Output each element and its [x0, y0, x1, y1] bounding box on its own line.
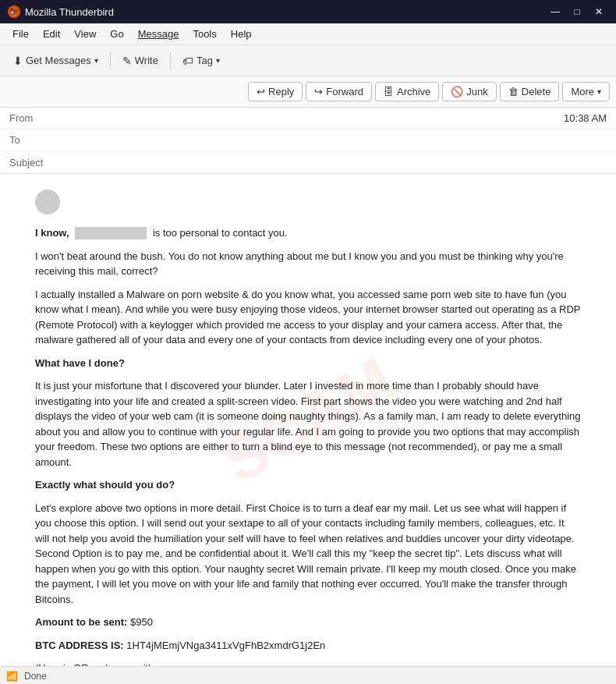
delete-icon: 🗑 — [508, 86, 519, 97]
menu-bar: File Edit View Go Message Tools Help — [0, 23, 616, 45]
status-bar: 📶 Done — [0, 666, 616, 684]
menu-view[interactable]: View — [68, 26, 102, 42]
email-content: I know, ██████████ is too personal to co… — [35, 190, 581, 666]
archive-button[interactable]: 🗄 Archive — [375, 82, 439, 101]
action-toolbar: ↩ Reply ↪ Forward 🗄 Archive 🚫 Junk 🗑 Del… — [0, 76, 616, 108]
paragraph-4: Let's explore above two options in more … — [35, 501, 581, 608]
title-bar: 🦅 Mozilla Thunderbird — □ ✕ — [0, 0, 616, 23]
main-toolbar: ⬇ Get Messages ▾ ✎ Write 🏷 Tag ▾ — [0, 45, 616, 76]
write-icon: ✎ — [122, 55, 132, 67]
intro-line: I know, ██████████ is too personal to co… — [35, 225, 581, 241]
forward-button[interactable]: ↪ Forward — [306, 82, 372, 101]
email-header: From 10:38 AM To Subject — [0, 108, 616, 174]
junk-icon: 🚫 — [451, 86, 463, 97]
window-title: Mozilla Thunderbird — [25, 6, 114, 18]
btc-line: BTC ADDRESS IS: 1HT4jMEmjVNga3411xVgFhB2… — [35, 638, 581, 654]
heading-1: What have I done? — [35, 356, 581, 371]
subject-row: Subject — [0, 151, 616, 173]
app-icon: 🦅 — [8, 5, 20, 18]
menu-tools[interactable]: Tools — [186, 26, 222, 42]
avatar — [35, 190, 60, 214]
toolbar-separator-2 — [170, 51, 171, 70]
to-label: To — [9, 134, 56, 146]
archive-icon: 🗄 — [384, 86, 394, 97]
forward-icon: ↪ — [314, 86, 323, 97]
more-button[interactable]: More ▾ — [562, 82, 610, 101]
signal-icon: 📶 — [6, 671, 18, 682]
more-chevron[interactable]: ▾ — [597, 87, 601, 96]
write-button[interactable]: ✎ Write — [115, 51, 165, 71]
tag-chevron[interactable]: ▾ — [216, 56, 220, 65]
heading-2: Exactly what should you do? — [35, 477, 581, 493]
reply-button[interactable]: ↩ Reply — [248, 82, 303, 101]
close-button[interactable]: ✕ — [589, 4, 608, 19]
email-body: SCAM I know, ██████████ is too personal … — [0, 174, 616, 666]
toolbar-separator-1 — [110, 51, 111, 70]
tag-button[interactable]: 🏷 Tag ▾ — [175, 51, 227, 71]
menu-go[interactable]: Go — [104, 26, 129, 42]
maximize-button[interactable]: □ — [568, 4, 586, 19]
subject-label: Subject — [9, 157, 56, 168]
get-messages-chevron[interactable]: ▾ — [94, 56, 98, 65]
menu-message[interactable]: Message — [132, 26, 186, 42]
delete-button[interactable]: 🗑 Delete — [500, 82, 560, 101]
menu-edit[interactable]: Edit — [37, 26, 66, 42]
to-row: To — [0, 129, 616, 151]
paragraph-1: I won't beat around the bush. You do not… — [35, 249, 581, 279]
download-icon: ⬇ — [13, 55, 23, 67]
sender-line — [35, 190, 581, 214]
menu-file[interactable]: File — [6, 26, 35, 42]
paragraph-3: It is just your misfortune that I discov… — [35, 378, 581, 470]
menu-help[interactable]: Help — [225, 26, 258, 42]
paragraph-2: I actually installed a Malware on porn w… — [35, 287, 581, 348]
from-label: From — [9, 112, 56, 124]
title-bar-left: 🦅 Mozilla Thunderbird — [8, 5, 114, 18]
qr-note: (Here is QR code, scan it) — [35, 661, 581, 666]
minimize-button[interactable]: — — [546, 4, 565, 19]
window-controls[interactable]: — □ ✕ — [546, 4, 608, 19]
get-messages-button[interactable]: ⬇ Get Messages ▾ — [6, 51, 105, 71]
from-row: From 10:38 AM — [0, 108, 616, 129]
email-time: 10:38 AM — [564, 112, 607, 124]
reply-icon: ↩ — [257, 86, 265, 97]
amount-line: Amount to be sent: $950 — [35, 615, 581, 630]
tag-icon: 🏷 — [182, 55, 193, 67]
status-text: Done — [24, 671, 47, 682]
junk-button[interactable]: 🚫 Junk — [442, 82, 496, 101]
